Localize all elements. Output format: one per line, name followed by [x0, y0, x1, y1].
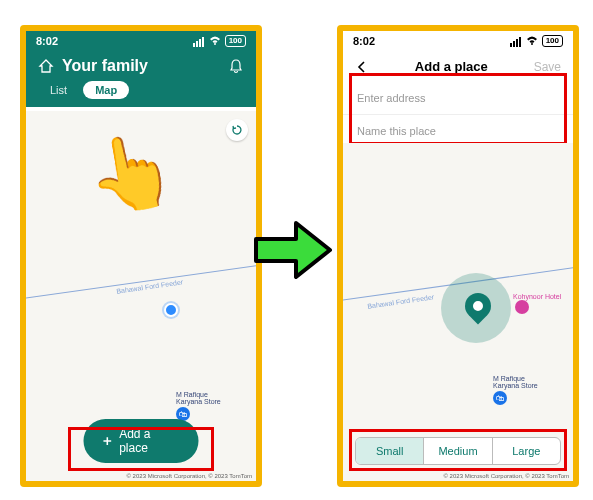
map-attribution: © 2023 Microsoft Corporation, © 2023 Tom… — [127, 473, 252, 479]
highlight-size-control — [349, 429, 567, 471]
signal-icon — [193, 35, 205, 47]
svg-rect-0 — [193, 43, 195, 47]
refresh-icon — [231, 124, 243, 136]
phone-screen-1: 8:02 100 Your family List Map — [20, 25, 262, 487]
phone-screen-2: 8:02 100 Add a place Save Bahawal Ford F… — [337, 25, 579, 487]
transition-arrow-icon — [252, 215, 334, 285]
tab-list[interactable]: List — [38, 81, 79, 99]
hotel-icon — [515, 300, 529, 314]
back-icon[interactable] — [355, 60, 369, 74]
battery-icon: 100 — [542, 35, 563, 47]
status-time: 8:02 — [36, 35, 58, 47]
wifi-icon — [526, 35, 538, 47]
shop-icon: 🛍 — [493, 391, 507, 405]
svg-rect-2 — [199, 39, 201, 47]
signal-icon — [510, 35, 522, 47]
poi-hotel: Kohynoor Hotel — [513, 293, 573, 314]
map-area[interactable]: Bahawal Ford Feeder Kohynoor Hotel M Raf… — [343, 143, 573, 481]
battery-icon: 100 — [225, 35, 246, 47]
view-tabs: List Map — [38, 81, 244, 99]
status-bar: 8:02 100 — [26, 31, 256, 51]
nav-title: Add a place — [415, 59, 488, 74]
svg-rect-4 — [510, 43, 512, 47]
current-location-dot — [164, 303, 178, 317]
refresh-button[interactable] — [226, 119, 248, 141]
svg-rect-3 — [202, 37, 204, 47]
status-bar: 8:02 100 — [343, 31, 573, 51]
status-icons: 100 — [193, 35, 246, 47]
save-button[interactable]: Save — [534, 60, 561, 74]
svg-rect-7 — [519, 37, 521, 47]
poi-store: M Rafique Karyana Store 🛍 — [176, 391, 221, 421]
bell-icon[interactable] — [228, 58, 244, 74]
svg-rect-1 — [196, 41, 198, 47]
svg-rect-6 — [516, 39, 518, 47]
wifi-icon — [209, 35, 221, 47]
header-title: Your family — [62, 57, 148, 75]
app-header: Your family List Map — [26, 51, 256, 107]
home-icon — [38, 58, 54, 74]
status-time: 8:02 — [353, 35, 375, 47]
poi-store: M Rafique Karyana Store 🛍 — [493, 375, 538, 405]
tab-map[interactable]: Map — [83, 81, 129, 99]
pointing-hand-icon: 👆 — [79, 124, 182, 223]
tutorial-stage: 8:02 100 Your family List Map — [0, 0, 593, 500]
highlight-inputs — [349, 73, 567, 145]
svg-rect-5 — [513, 41, 515, 47]
map-attribution: © 2023 Microsoft Corporation, © 2023 Tom… — [444, 473, 569, 479]
highlight-add-button — [68, 427, 214, 471]
status-icons: 100 — [510, 35, 563, 47]
